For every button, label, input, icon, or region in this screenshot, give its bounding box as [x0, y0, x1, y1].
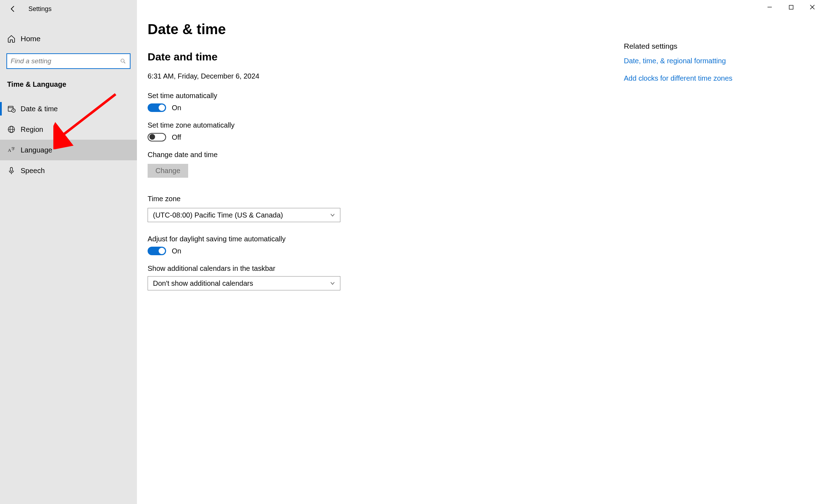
sidebar-nav: Date & time Region A 字 Language Speec: [0, 98, 137, 181]
search-wrap: [0, 49, 137, 69]
timezone-label: Time zone: [148, 195, 386, 203]
set-tz-auto-row: Off: [148, 133, 386, 141]
svg-line-1: [124, 62, 125, 63]
set-time-auto-toggle[interactable]: [148, 103, 166, 112]
svg-text:A: A: [8, 148, 11, 153]
svg-point-0: [121, 59, 124, 62]
minimize-button[interactable]: [759, 0, 780, 14]
sidebar-item-language[interactable]: A 字 Language: [0, 140, 137, 160]
search-input[interactable]: [11, 57, 120, 65]
timezone-value: (UTC-08:00) Pacific Time (US & Canada): [153, 211, 283, 219]
rail-link-formatting[interactable]: Date, time, & regional formatting: [624, 57, 773, 65]
sidebar-item-region[interactable]: Region: [0, 119, 137, 140]
maximize-icon: [789, 5, 793, 10]
set-time-auto-row: On: [148, 103, 386, 112]
current-datetime: 6:31 AM, Friday, December 6, 2024: [148, 72, 386, 80]
home-label: Home: [21, 34, 41, 43]
right-rail: Related settings Date, time, & regional …: [624, 42, 773, 92]
dst-toggle[interactable]: [148, 247, 166, 255]
chevron-down-icon: [330, 213, 335, 218]
rail-title: Related settings: [624, 42, 773, 50]
home-icon: [7, 34, 16, 43]
minimize-icon: [767, 5, 772, 10]
arrow-left-icon: [9, 5, 17, 13]
category-title: Time & Language: [0, 69, 137, 89]
back-button[interactable]: [7, 3, 18, 15]
close-button[interactable]: [802, 0, 823, 14]
search-box[interactable]: [6, 53, 131, 69]
timezone-select[interactable]: (UTC-08:00) Pacific Time (US & Canada): [148, 208, 340, 222]
sidebar: Settings Home Time & Language Date & tim…: [0, 0, 137, 504]
section-title: Date and time: [148, 51, 386, 63]
set-tz-auto-state: Off: [172, 133, 181, 141]
calendar-clock-icon: [7, 104, 16, 113]
change-dt-label: Change date and time: [148, 151, 386, 159]
home-nav[interactable]: Home: [0, 28, 137, 49]
main-pane: Date & time Date and time 6:31 AM, Frida…: [137, 0, 823, 504]
content-column: Date & time Date and time 6:31 AM, Frida…: [137, 0, 386, 290]
svg-rect-10: [10, 167, 12, 171]
close-icon: [810, 5, 815, 10]
add-cal-select[interactable]: Don't show additional calendars: [148, 276, 340, 290]
dst-state: On: [172, 247, 181, 255]
language-icon: A 字: [7, 146, 16, 154]
svg-rect-13: [789, 5, 793, 9]
set-time-auto-state: On: [172, 104, 181, 112]
page-title: Date & time: [148, 21, 386, 37]
maximize-button[interactable]: [780, 0, 802, 14]
rail-link-clocks[interactable]: Add clocks for different time zones: [624, 74, 773, 82]
add-cal-label: Show additional calendars in the taskbar: [148, 264, 386, 273]
sidebar-item-date-time[interactable]: Date & time: [0, 98, 137, 119]
set-time-auto-label: Set time automatically: [148, 92, 386, 100]
sidebar-header: Settings: [0, 0, 137, 18]
sidebar-item-label: Region: [21, 125, 43, 134]
svg-text:字: 字: [11, 147, 15, 151]
sidebar-item-label: Date & time: [21, 105, 58, 113]
globe-icon: [7, 125, 16, 134]
sidebar-item-label: Speech: [21, 167, 45, 175]
sidebar-item-label: Language: [21, 146, 52, 154]
change-button: Change: [148, 164, 188, 178]
add-cal-value: Don't show additional calendars: [153, 279, 253, 288]
window-title: Settings: [28, 5, 52, 13]
dst-row: On: [148, 247, 386, 255]
dst-label: Adjust for daylight saving time automati…: [148, 235, 386, 243]
search-icon: [120, 58, 126, 64]
sidebar-item-speech[interactable]: Speech: [0, 160, 137, 181]
chevron-down-icon: [330, 281, 335, 286]
window-controls: [759, 0, 823, 14]
microphone-icon: [7, 166, 16, 175]
set-tz-auto-label: Set time zone automatically: [148, 121, 386, 129]
set-tz-auto-toggle[interactable]: [148, 133, 166, 141]
